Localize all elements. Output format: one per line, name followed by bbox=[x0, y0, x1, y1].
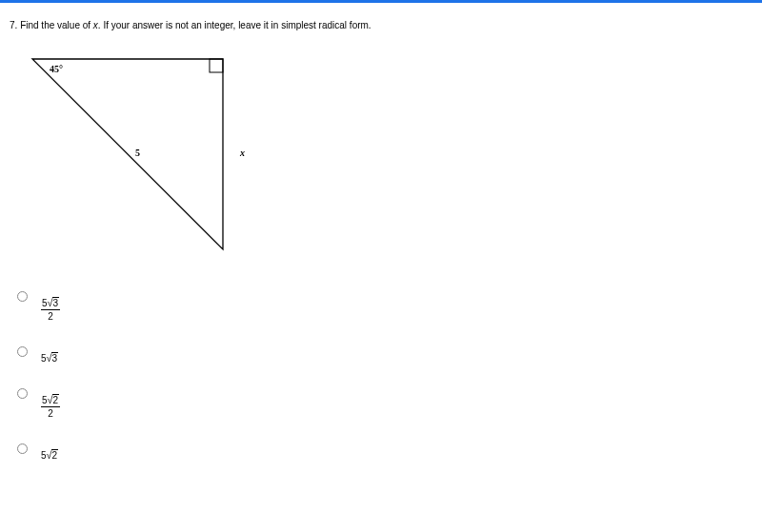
option-c-label: 5√2 2 bbox=[41, 394, 60, 419]
radio-b[interactable] bbox=[17, 346, 28, 357]
question-text-part1: Find the value of bbox=[20, 20, 93, 30]
svg-marker-0 bbox=[32, 59, 223, 249]
triangle-svg: 45° 5 x bbox=[23, 49, 251, 259]
question-prompt: 7. Find the value of x. If your answer i… bbox=[10, 20, 752, 30]
option-d-label: 5√2 bbox=[41, 449, 58, 461]
radio-c[interactable] bbox=[17, 388, 28, 399]
opt-a-denom: 2 bbox=[48, 310, 53, 322]
option-c[interactable]: 5√2 2 bbox=[17, 388, 752, 419]
angle-label: 45° bbox=[50, 64, 63, 74]
option-a-label: 5√3 2 bbox=[41, 297, 60, 322]
option-a[interactable]: 5√3 2 bbox=[17, 291, 752, 322]
question-content: 7. Find the value of x. If your answer i… bbox=[0, 3, 762, 495]
option-b-label: 5√3 bbox=[41, 352, 58, 364]
hypotenuse-label: 5 bbox=[135, 148, 140, 158]
triangle-diagram: 45° 5 x bbox=[23, 49, 752, 263]
svg-rect-1 bbox=[210, 59, 223, 72]
side-x-label: x bbox=[239, 148, 245, 158]
option-d[interactable]: 5√2 bbox=[17, 443, 752, 461]
option-b[interactable]: 5√3 bbox=[17, 346, 752, 364]
question-number: 7. bbox=[10, 20, 17, 30]
opt-c-denom: 2 bbox=[48, 407, 53, 419]
radio-a[interactable] bbox=[17, 291, 28, 302]
answer-options: 5√3 2 5√3 5√2 2 bbox=[17, 291, 752, 461]
radio-d[interactable] bbox=[17, 443, 28, 454]
question-text-part2: . If your answer is not an integer, leav… bbox=[98, 20, 371, 30]
